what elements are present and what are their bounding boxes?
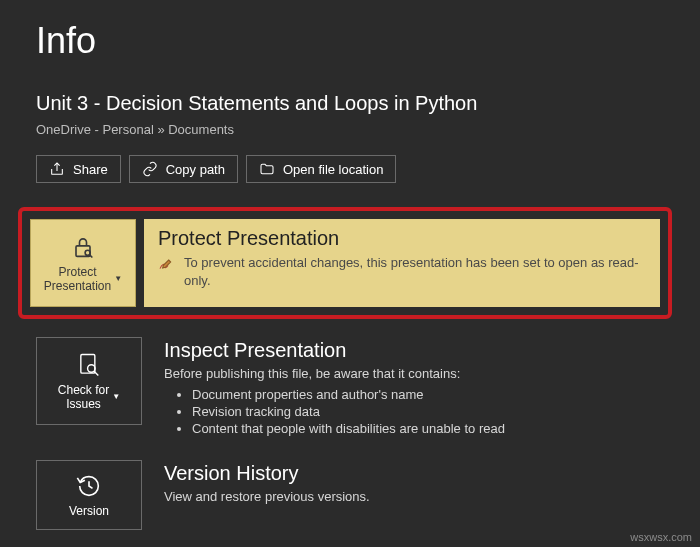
document-title: Unit 3 - Decision Statements and Loops i… (36, 90, 664, 116)
protect-section-highlight: Protect Presentation ▼ Protect Presentat… (18, 207, 672, 319)
version-heading: Version History (164, 462, 664, 485)
svg-point-4 (88, 364, 95, 371)
toolbar: Share Copy path Open file location (36, 155, 664, 183)
list-item: Document properties and author's name (192, 387, 664, 402)
inspect-list: Document properties and author's name Re… (164, 387, 664, 436)
inspect-tile-line2: Issues (66, 397, 101, 411)
version-section: Version Version History View and restore… (36, 460, 664, 530)
protect-presentation-button[interactable]: Protect Presentation ▼ (30, 219, 136, 307)
copy-path-label: Copy path (166, 162, 225, 177)
inspect-lead: Before publishing this file, be aware th… (164, 366, 664, 381)
inspect-document-icon (75, 351, 103, 379)
share-button[interactable]: Share (36, 155, 121, 183)
inspect-content: Inspect Presentation Before publishing t… (164, 337, 664, 438)
signature-icon (158, 256, 174, 272)
copy-path-button[interactable]: Copy path (129, 155, 238, 183)
protect-tile-line1: Protect (59, 265, 97, 279)
share-icon (49, 161, 65, 177)
version-history-button[interactable]: Version (36, 460, 142, 530)
breadcrumb: OneDrive - Personal » Documents (36, 122, 664, 137)
inspect-heading: Inspect Presentation (164, 339, 664, 362)
protect-content: Protect Presentation To prevent accident… (144, 219, 660, 307)
version-desc: View and restore previous versions. (164, 489, 664, 504)
open-file-location-button[interactable]: Open file location (246, 155, 396, 183)
protect-section: Protect Presentation ▼ Protect Presentat… (30, 219, 660, 307)
history-icon (75, 472, 103, 500)
protect-tile-line2: Presentation (44, 279, 111, 293)
page-title: Info (36, 20, 664, 62)
chevron-down-icon: ▼ (114, 274, 122, 284)
check-for-issues-button[interactable]: Check for Issues ▼ (36, 337, 142, 425)
watermark: wsxwsx.com (630, 531, 692, 543)
list-item: Revision tracking data (192, 404, 664, 419)
open-file-location-label: Open file location (283, 162, 383, 177)
svg-line-2 (89, 254, 92, 257)
chevron-down-icon: ▼ (112, 392, 120, 402)
version-tile-line1: Version (69, 504, 109, 518)
protect-status: To prevent accidental changes, this pres… (184, 254, 644, 290)
list-item: Content that people with disabilities ar… (192, 421, 664, 436)
inspect-tile-line1: Check for (58, 383, 109, 397)
protect-heading: Protect Presentation (158, 227, 644, 250)
version-content: Version History View and restore previou… (164, 460, 664, 510)
inspect-section: Check for Issues ▼ Inspect Presentation … (36, 337, 664, 438)
share-label: Share (73, 162, 108, 177)
folder-icon (259, 161, 275, 177)
lock-icon (69, 233, 97, 261)
link-icon (142, 161, 158, 177)
